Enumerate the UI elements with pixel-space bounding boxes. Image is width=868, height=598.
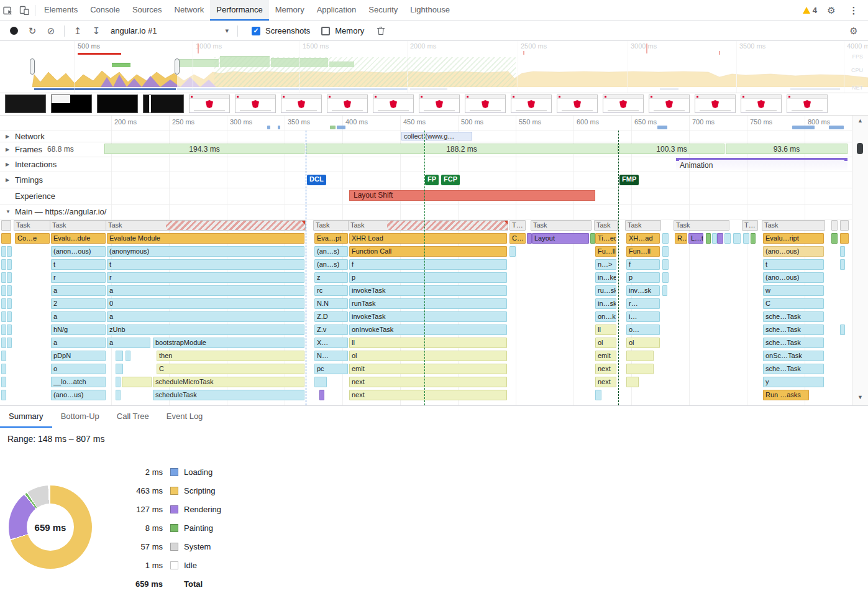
kebab-menu-icon[interactable]: ⋮ <box>846 2 862 19</box>
settings-gear-icon[interactable]: ⚙ <box>823 2 839 19</box>
flame-bar[interactable] <box>1 246 6 257</box>
track-main-header[interactable]: ▼ Main — https://angular.io/ <box>0 204 852 219</box>
flame-bar[interactable] <box>751 233 756 244</box>
flame-bar[interactable]: Eva…pt <box>314 233 348 244</box>
flame-bar[interactable]: emit <box>349 364 507 374</box>
flame-bar[interactable]: a <box>51 311 106 322</box>
flame-bar[interactable] <box>1 285 6 296</box>
flame-bar[interactable]: Co…e <box>15 233 50 244</box>
scrollbar-thumb[interactable] <box>857 143 863 154</box>
flame-bar[interactable]: Task <box>674 220 729 231</box>
flame-bar[interactable]: pDpN <box>51 351 106 361</box>
flame-bar[interactable]: sche…Task <box>763 364 824 374</box>
filmstrip-thumbnail[interactable] <box>603 94 644 113</box>
tab-lighthouse[interactable]: Lighthouse <box>404 0 456 21</box>
flame-bar[interactable]: N.N <box>314 298 348 309</box>
flame-bar[interactable]: XH…ad <box>626 233 660 244</box>
track-frames[interactable]: ▶ Frames 68.8 ms194.3 ms188.2 ms100.3 ms… <box>0 142 852 157</box>
flame-bar[interactable] <box>712 233 717 244</box>
flame-bar[interactable]: f <box>349 259 507 270</box>
flame-bar[interactable]: R… <box>675 233 687 244</box>
flame-bar[interactable] <box>1 377 6 387</box>
flame-bar[interactable]: (an…s) <box>314 259 348 270</box>
flame-bar[interactable]: scheduleTask <box>153 390 304 400</box>
flame-bar[interactable] <box>590 233 595 244</box>
flame-bar[interactable] <box>122 377 152 387</box>
flame-bar[interactable] <box>1 390 6 400</box>
flame-bar[interactable]: sche…Task <box>763 311 824 322</box>
tab-security[interactable]: Security <box>362 0 404 21</box>
flame-bar[interactable] <box>1 324 6 335</box>
profile-select[interactable]: angular.io #1 ▾ <box>107 26 232 35</box>
flame-bar[interactable]: Z.v <box>314 324 348 335</box>
flame-bar[interactable]: T… <box>509 220 526 231</box>
flame-bar[interactable] <box>831 220 838 231</box>
clear-icon[interactable]: ⊘ <box>43 23 59 39</box>
flame-bar[interactable]: in…ke <box>595 272 616 283</box>
flame-bar[interactable]: bootstrapModule <box>153 338 304 348</box>
flame-bar[interactable]: a <box>107 338 150 348</box>
flame-bar[interactable]: ll <box>595 324 616 335</box>
track-network[interactable]: ▶ Network collect (www.g… <box>0 131 852 142</box>
filmstrip-thumbnail[interactable] <box>51 94 92 113</box>
flame-bar[interactable]: ll <box>349 338 507 348</box>
flame-bar[interactable]: onInvokeTask <box>349 324 507 335</box>
network-request-sliver[interactable] <box>330 126 336 129</box>
flame-bar[interactable] <box>840 246 845 257</box>
flame-bar[interactable]: next <box>595 377 616 387</box>
flame-bar[interactable] <box>595 390 601 400</box>
flame-bar[interactable]: f <box>626 259 660 270</box>
flame-bar[interactable] <box>7 311 12 322</box>
flame-bar[interactable]: zUnb <box>107 324 304 335</box>
flame-bar[interactable]: rc <box>314 285 348 296</box>
flame-bar[interactable] <box>743 233 749 244</box>
flame-bar[interactable]: Run …asks <box>763 390 809 400</box>
filmstrip-thumbnail[interactable] <box>143 94 184 113</box>
record-button[interactable] <box>10 27 18 35</box>
filmstrip-thumbnail[interactable] <box>189 94 230 113</box>
bottom-tab-summary[interactable]: Summary <box>0 406 52 428</box>
flame-bar[interactable] <box>1 298 6 309</box>
flame-bar[interactable]: w <box>763 285 824 296</box>
chevron-down-icon[interactable]: ▼ <box>6 209 11 214</box>
flame-bar[interactable] <box>1 233 11 244</box>
flame-bar[interactable]: next <box>595 364 616 374</box>
capture-settings-gear-icon[interactable]: ⚙ <box>846 23 862 39</box>
timing-badge-fp[interactable]: FP <box>425 175 439 185</box>
flame-bar[interactable] <box>662 246 669 257</box>
timing-badge-fcp[interactable]: FCP <box>441 175 460 185</box>
flame-bar[interactable] <box>662 259 669 270</box>
flame-bar[interactable]: scheduleMicroTask <box>153 377 304 387</box>
flame-bar[interactable]: ol <box>626 338 660 348</box>
flame-bar[interactable]: sche…Task <box>763 338 824 348</box>
flame-bar[interactable] <box>7 259 12 270</box>
filmstrip-thumbnail[interactable] <box>327 94 368 113</box>
flame-bar[interactable] <box>126 351 130 361</box>
network-request-sliver[interactable] <box>829 126 844 129</box>
flame-bar[interactable]: t <box>107 259 304 270</box>
flame-bar[interactable] <box>116 351 123 361</box>
tab-network[interactable]: Network <box>168 0 211 21</box>
flame-bar[interactable]: a <box>107 311 304 322</box>
trash-icon[interactable] <box>373 23 389 39</box>
flame-bar[interactable]: 2 <box>51 298 106 309</box>
layout-shift-bar[interactable]: Layout Shift <box>349 190 595 201</box>
device-toolbar-icon[interactable] <box>16 2 32 19</box>
flame-bar[interactable]: Evaluate Module <box>107 233 304 244</box>
scroll-down-icon[interactable]: ▼ <box>852 394 868 400</box>
filmstrip-thumbnail[interactable] <box>695 94 736 113</box>
flame-bar[interactable]: r… <box>626 298 660 309</box>
flame-bar[interactable] <box>7 324 12 335</box>
flame-bar[interactable]: Task <box>50 220 107 231</box>
chevron-right-icon[interactable]: ▶ <box>6 162 9 167</box>
bottom-tab-event-log[interactable]: Event Log <box>158 406 212 428</box>
flame-bar[interactable]: r <box>107 272 304 283</box>
flame-bar[interactable]: invokeTask <box>349 311 507 322</box>
flame-bar[interactable]: r <box>51 272 106 283</box>
track-experience[interactable]: Experience Layout Shift <box>0 188 852 205</box>
flame-bar[interactable] <box>527 233 532 244</box>
network-request-bar[interactable]: collect (www.g… <box>401 132 472 140</box>
tab-sources[interactable]: Sources <box>126 0 168 21</box>
filmstrip-thumbnail[interactable] <box>235 94 276 113</box>
network-request-sliver[interactable] <box>337 126 345 129</box>
